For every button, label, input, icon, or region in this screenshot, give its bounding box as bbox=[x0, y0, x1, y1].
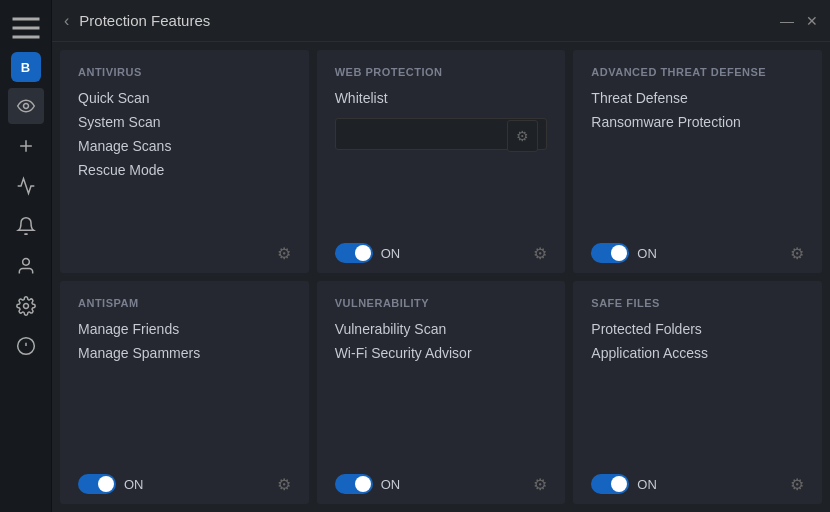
card-threat-footer: ON ⚙ bbox=[591, 235, 804, 263]
main-content: ‹ Protection Features — ✕ ANTIVIRUS Quic… bbox=[52, 0, 830, 512]
antispam-toggle-label: ON bbox=[124, 477, 144, 492]
antispam-toggle[interactable] bbox=[78, 474, 116, 494]
card-web-links: Whitelist ⚙ bbox=[335, 90, 548, 225]
minimize-button[interactable]: — bbox=[780, 14, 794, 28]
link-manage-scans[interactable]: Manage Scans bbox=[78, 138, 291, 154]
svg-point-3 bbox=[23, 104, 28, 109]
whitelist-gear-icon[interactable]: ⚙ bbox=[507, 120, 538, 152]
antivirus-gear-icon[interactable]: ⚙ bbox=[277, 244, 291, 263]
card-antispam-footer: ON ⚙ bbox=[78, 466, 291, 494]
window-controls: — ✕ bbox=[780, 14, 818, 28]
link-rescue-mode[interactable]: Rescue Mode bbox=[78, 162, 291, 178]
sidebar-item-settings[interactable] bbox=[8, 288, 44, 324]
page-title: Protection Features bbox=[79, 12, 210, 29]
vuln-gear-icon[interactable]: ⚙ bbox=[533, 475, 547, 494]
link-vuln-scan[interactable]: Vulnerability Scan bbox=[335, 321, 548, 337]
safe-toggle-label: ON bbox=[637, 477, 657, 492]
web-toggle[interactable] bbox=[335, 243, 373, 263]
whitelist-field[interactable]: ⚙ bbox=[335, 118, 548, 150]
link-manage-friends[interactable]: Manage Friends bbox=[78, 321, 291, 337]
vuln-toggle-container: ON bbox=[335, 474, 401, 494]
card-antispam-title: ANTISPAM bbox=[78, 297, 291, 309]
safe-gear-icon[interactable]: ⚙ bbox=[790, 475, 804, 494]
link-protected-folders[interactable]: Protected Folders bbox=[591, 321, 804, 337]
card-antivirus: ANTIVIRUS Quick Scan System Scan Manage … bbox=[60, 50, 309, 273]
back-button[interactable]: ‹ bbox=[64, 12, 69, 30]
vuln-toggle-label: ON bbox=[381, 477, 401, 492]
titlebar: ‹ Protection Features — ✕ bbox=[52, 0, 830, 42]
sidebar-item-bell[interactable] bbox=[8, 208, 44, 244]
web-toggle-label: ON bbox=[381, 246, 401, 261]
sidebar-item-info[interactable] bbox=[8, 328, 44, 364]
link-manage-spammers[interactable]: Manage Spammers bbox=[78, 345, 291, 361]
card-advanced-threat: ADVANCED THREAT DEFENSE Threat Defense R… bbox=[573, 50, 822, 273]
sidebar-item-user[interactable] bbox=[8, 248, 44, 284]
web-gear-icon[interactable]: ⚙ bbox=[533, 244, 547, 263]
card-antispam-links: Manage Friends Manage Spammers bbox=[78, 321, 291, 456]
link-system-scan[interactable]: System Scan bbox=[78, 114, 291, 130]
sidebar-item-analytics[interactable] bbox=[8, 168, 44, 204]
sidebar-item-tools[interactable] bbox=[8, 128, 44, 164]
link-whitelist[interactable]: Whitelist bbox=[335, 90, 548, 106]
web-toggle-container: ON bbox=[335, 243, 401, 263]
svg-point-7 bbox=[23, 304, 28, 309]
card-web-title: WEB PROTECTION bbox=[335, 66, 548, 78]
safe-toggle[interactable] bbox=[591, 474, 629, 494]
sidebar: B bbox=[0, 0, 52, 512]
antispam-gear-icon[interactable]: ⚙ bbox=[277, 475, 291, 494]
card-vuln-footer: ON ⚙ bbox=[335, 466, 548, 494]
threat-toggle-container: ON bbox=[591, 243, 657, 263]
card-vuln-links: Vulnerability Scan Wi-Fi Security Adviso… bbox=[335, 321, 548, 456]
card-safe-footer: ON ⚙ bbox=[591, 466, 804, 494]
card-vuln-title: VULNERABILITY bbox=[335, 297, 548, 309]
card-antivirus-footer: ⚙ bbox=[78, 236, 291, 263]
link-threat-defense[interactable]: Threat Defense bbox=[591, 90, 804, 106]
card-safe-title: SAFE FILES bbox=[591, 297, 804, 309]
threat-gear-icon[interactable]: ⚙ bbox=[790, 244, 804, 263]
threat-toggle-label: ON bbox=[637, 246, 657, 261]
vuln-toggle[interactable] bbox=[335, 474, 373, 494]
card-threat-title: ADVANCED THREAT DEFENSE bbox=[591, 66, 804, 78]
link-wifi-advisor[interactable]: Wi-Fi Security Advisor bbox=[335, 345, 548, 361]
card-safe-links: Protected Folders Application Access bbox=[591, 321, 804, 456]
close-button[interactable]: ✕ bbox=[806, 14, 818, 28]
svg-point-6 bbox=[22, 259, 29, 266]
card-vulnerability: VULNERABILITY Vulnerability Scan Wi-Fi S… bbox=[317, 281, 566, 504]
card-threat-links: Threat Defense Ransomware Protection bbox=[591, 90, 804, 225]
card-antivirus-links: Quick Scan System Scan Manage Scans Resc… bbox=[78, 90, 291, 226]
link-ransomware[interactable]: Ransomware Protection bbox=[591, 114, 804, 130]
feature-grid: ANTIVIRUS Quick Scan System Scan Manage … bbox=[52, 42, 830, 512]
antispam-toggle-container: ON bbox=[78, 474, 144, 494]
card-web-footer: ON ⚙ bbox=[335, 235, 548, 263]
safe-toggle-container: ON bbox=[591, 474, 657, 494]
card-safe-files: SAFE FILES Protected Folders Application… bbox=[573, 281, 822, 504]
link-quick-scan[interactable]: Quick Scan bbox=[78, 90, 291, 106]
card-web-protection: WEB PROTECTION Whitelist ⚙ ON ⚙ bbox=[317, 50, 566, 273]
card-antispam: ANTISPAM Manage Friends Manage Spammers … bbox=[60, 281, 309, 504]
sidebar-item-eye[interactable] bbox=[8, 88, 44, 124]
avatar[interactable]: B bbox=[11, 52, 41, 82]
link-application-access[interactable]: Application Access bbox=[591, 345, 804, 361]
menu-icon[interactable] bbox=[8, 10, 44, 46]
threat-toggle[interactable] bbox=[591, 243, 629, 263]
card-antivirus-title: ANTIVIRUS bbox=[78, 66, 291, 78]
